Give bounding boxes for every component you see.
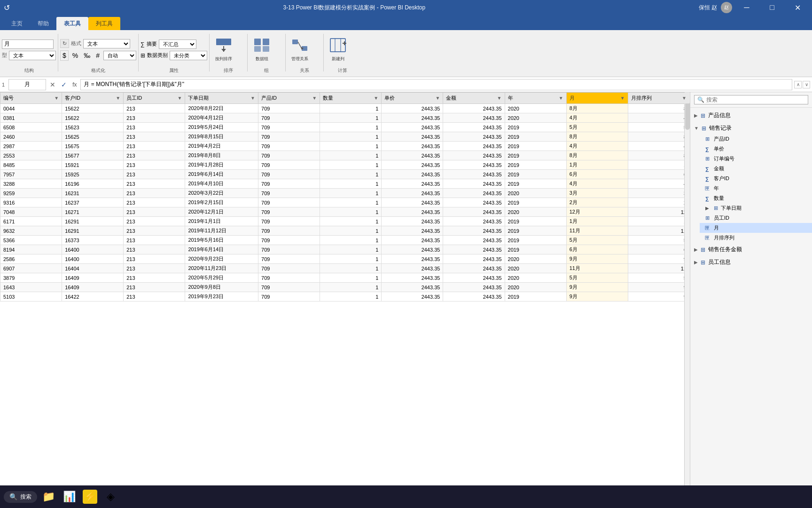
tab-table-tools[interactable]: 表工具 — [56, 17, 88, 30]
sort-icon-month-sort[interactable]: ▼ — [682, 95, 687, 101]
column-name-input[interactable] — [2, 40, 54, 49]
power-bi-icon: ⚡ — [83, 490, 97, 504]
table-cell: 16231 — [62, 189, 124, 198]
sort-icon-quantity[interactable]: ▼ — [374, 95, 378, 101]
col-header-quantity[interactable]: 数量▼ — [320, 93, 382, 104]
field-label-order-date: 下单日期 — [721, 205, 742, 212]
svg-rect-0 — [216, 39, 231, 45]
comma-btn[interactable]: ‰ — [82, 51, 92, 60]
manage-relations-button[interactable]: 管理关系 — [288, 36, 312, 64]
formula-field-name-input[interactable] — [8, 79, 46, 90]
vertical-scrollbar[interactable] — [684, 92, 690, 493]
field-item-employee-id[interactable]: ⊞ 员工ID — [700, 213, 812, 223]
formula-expression-input[interactable] — [80, 79, 792, 90]
sort-icon-customer-id[interactable]: ▼ — [116, 95, 120, 101]
table-cell: 1 — [320, 245, 382, 254]
col-header-customer-id[interactable]: 客户ID▼ — [62, 93, 124, 104]
taskbar-app-powerpoint[interactable]: 📊 — [60, 487, 78, 506]
sort-icon-year[interactable]: ▼ — [559, 95, 563, 101]
field-item-product-id[interactable]: ⊞ 产品ID — [700, 134, 812, 144]
sort-icon-unit-price[interactable]: ▼ — [435, 95, 440, 101]
scroll-thumb[interactable] — [685, 102, 690, 130]
group-product-info-label: 产品信息 — [708, 111, 731, 119]
tab-help[interactable]: 帮助 — [30, 17, 56, 30]
taskbar-app-power-bi[interactable]: ⚡ — [80, 487, 99, 506]
group-sales-records-header[interactable]: ▼ ⊞ 销售记录 — [690, 122, 812, 134]
data-group-button[interactable]: 数据组 — [250, 36, 274, 64]
table-cell: 2443.35 — [382, 142, 443, 151]
field-item-amount[interactable]: ∑ 金额 — [700, 164, 812, 174]
minimize-button[interactable]: ─ — [736, 0, 757, 15]
taskbar-app-explorer[interactable]: 📁 — [39, 487, 58, 506]
sort-icon-month[interactable]: ▼ — [620, 95, 625, 101]
field-item-order-no[interactable]: ⊞ 订单编号 — [700, 154, 812, 164]
table-icon-sales-records: ⊞ — [702, 125, 706, 132]
field-item-year[interactable]: 匣 年 — [700, 183, 812, 193]
table-cell: 16400 — [62, 245, 124, 254]
col-header-product-id[interactable]: 产品ID▼ — [258, 93, 320, 104]
field-search-input[interactable] — [706, 96, 805, 103]
table-area[interactable]: 编号▼ 客户ID▼ 员工ID▼ 下单日期▼ 产品ID▼ 数量 — [0, 92, 690, 493]
tab-column-tools[interactable]: 列工具 — [88, 17, 120, 30]
field-item-month-sort[interactable]: 匣 月排序列 — [700, 233, 812, 243]
field-item-month[interactable]: 匣 月 — [700, 223, 812, 233]
hash-btn[interactable]: # — [94, 51, 102, 60]
currency-dollar-btn[interactable]: $ — [60, 50, 69, 61]
table-cell: 2443.35 — [443, 104, 505, 113]
table-cell: 15675 — [62, 142, 124, 151]
formula-expand-btn[interactable]: ∨ — [803, 81, 810, 88]
sort-by-column-button[interactable]: 按列排序 — [211, 36, 236, 64]
taskbar-search[interactable]: 🔍 搜索 — [4, 491, 37, 503]
group-employee-info-header[interactable]: ▶ ⊞ 员工信息 — [690, 256, 812, 268]
col-header-amount[interactable]: 金额▼ — [443, 93, 505, 104]
table-cell: 4 — [628, 142, 689, 151]
col-header-order-no[interactable]: 编号▼ — [0, 93, 62, 104]
group-product-info-header[interactable]: ▶ ⊞ 产品信息 — [690, 110, 812, 121]
field-item-unit-price[interactable]: ∑ 单价 — [700, 144, 812, 154]
formula-collapse-btn[interactable]: ∧ — [794, 81, 802, 88]
sort-icon-product-id[interactable]: ▼ — [312, 95, 317, 101]
formula-confirm-btn[interactable]: ✓ — [59, 80, 69, 89]
col-header-employee-id[interactable]: 员工ID▼ — [124, 93, 185, 104]
table-cell: 1 — [320, 283, 382, 292]
table-cell: 15622 — [62, 113, 124, 123]
sort-icon-order-no[interactable]: ▼ — [54, 95, 59, 101]
table-icon-month: 匣 — [703, 225, 711, 231]
auto-format-select[interactable]: 自动 — [103, 51, 136, 60]
col-header-unit-price[interactable]: 单价▼ — [382, 93, 443, 104]
col-header-month[interactable]: 月▼ — [566, 93, 628, 104]
field-item-quantity[interactable]: ∑ 数量 — [700, 193, 812, 203]
field-item-order-date[interactable]: ▶ ⊞ 下单日期 — [700, 203, 812, 213]
col-header-order-date[interactable]: 下单日期▼ — [185, 93, 258, 104]
col-header-month-sort[interactable]: 月排序列▼ — [628, 93, 689, 104]
percent-btn[interactable]: % — [70, 51, 80, 60]
field-label-employee-id: 员工ID — [714, 214, 729, 222]
close-button[interactable]: ✕ — [787, 0, 808, 15]
field-item-customer-id[interactable]: ∑ 客户ID — [700, 174, 812, 183]
sort-icon-order-date[interactable]: ▼ — [250, 95, 255, 101]
format-inputs: ↻ 格式 文本 整数 日期 $ % ‰ # 自动 — [60, 39, 136, 61]
sort-icon-employee-id[interactable]: ▼ — [177, 95, 182, 101]
group-sales-target-header[interactable]: ▶ ⊞ 销售任务金额 — [690, 244, 812, 255]
user-avatar[interactable]: 赵 — [721, 2, 732, 13]
properties-inputs: ∑ 摘要 不汇总 求和 平均值 ⊞ 数据类别 未分类 地区 城市 — [141, 40, 207, 60]
data-type-select[interactable]: 文本 整数 小数 日期 — [9, 51, 56, 60]
tab-home[interactable]: 主页 — [4, 17, 30, 30]
maximize-button[interactable]: □ — [761, 0, 783, 15]
taskbar-app-vscode[interactable]: ◈ — [101, 487, 120, 506]
sort-icon-amount[interactable]: ▼ — [497, 95, 502, 101]
relation-icon — [291, 38, 308, 55]
refresh-icon[interactable]: ↺ — [4, 3, 10, 12]
summary-select[interactable]: 不汇总 求和 平均值 — [159, 40, 196, 49]
table-cell: 213 — [124, 217, 185, 226]
table-row: 2553156772132019年8月8日70912443.352443.352… — [0, 151, 690, 160]
format-select[interactable]: 文本 整数 日期 — [83, 39, 130, 48]
category-select[interactable]: 未分类 地区 城市 — [170, 51, 207, 60]
format-refresh-icon[interactable]: ↻ — [60, 39, 69, 48]
svg-marker-2 — [221, 49, 226, 52]
table-row: 8194164002132019年6月14日70912443.352443.35… — [0, 245, 690, 254]
formula-cancel-btn[interactable]: ✕ — [48, 80, 57, 89]
table-cell: 16271 — [62, 207, 124, 217]
new-column-button[interactable]: 新建列 — [326, 36, 350, 64]
col-header-year[interactable]: 年▼ — [505, 93, 566, 104]
